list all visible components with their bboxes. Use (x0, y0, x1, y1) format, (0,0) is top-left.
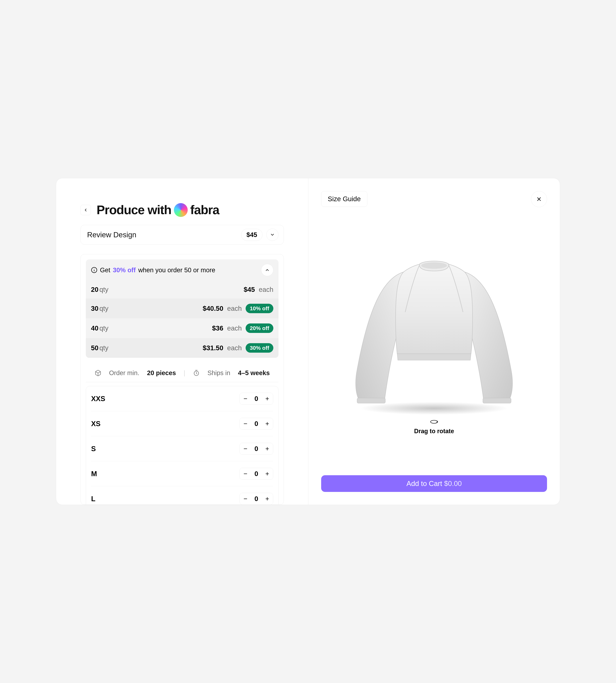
chevron-left-icon (83, 208, 88, 212)
ships-value: 4–5 weeks (238, 369, 270, 377)
base-price-pill: $45 (241, 229, 262, 241)
rotate-hint: Drag to rotate (414, 419, 454, 435)
minus-icon (243, 497, 248, 501)
review-design-row[interactable]: Review Design $45 (81, 225, 284, 244)
review-right: $45 (241, 229, 279, 241)
discount-row: 50qty $31.50 each 30% off (86, 338, 279, 358)
quantity-value: 0 (251, 395, 262, 402)
plus-icon (265, 497, 270, 501)
svg-point-22 (360, 402, 508, 415)
decrement-button[interactable] (240, 493, 251, 505)
decrement-button[interactable] (240, 468, 251, 480)
quantity-value: 0 (251, 445, 262, 453)
close-button[interactable] (531, 191, 547, 207)
chevron-up-icon (265, 268, 270, 272)
rotate-icon (430, 419, 439, 425)
minus-icon (243, 471, 248, 476)
size-list: XXS 0 XS 0 S (86, 386, 279, 505)
discount-row: 20qty $45 each (86, 281, 279, 299)
close-icon (536, 196, 542, 202)
quantity-stepper: 0 (240, 393, 273, 405)
increment-button[interactable] (262, 468, 273, 480)
info-icon (91, 267, 97, 273)
size-row: XXS 0 (91, 386, 273, 411)
order-panel: Get 30% off when you order 50 or more 20… (81, 254, 284, 505)
left-panel: Produce with fabra Review Design $45 Get (56, 178, 308, 505)
quantity-value: 0 (251, 495, 262, 503)
plus-icon (265, 396, 270, 401)
size-label: L (91, 495, 95, 503)
discount-row: 40qty $36 each 20% off (86, 318, 279, 338)
discount-badge: 20% off (246, 324, 273, 333)
plus-icon (265, 421, 270, 426)
right-top-bar: Size Guide (321, 191, 547, 207)
page-title: Produce with fabra (96, 203, 219, 217)
size-label: XXS (91, 395, 105, 403)
quantity-stepper: 0 (240, 418, 273, 429)
svg-rect-25 (483, 398, 511, 403)
increment-button[interactable] (262, 418, 273, 429)
header: Produce with fabra (81, 203, 284, 217)
right-panel: Size Guide (308, 178, 560, 505)
size-label: XS (91, 420, 101, 428)
brand-name: fabra (190, 203, 219, 217)
ships-label: Ships in (207, 369, 230, 377)
add-to-cart-button[interactable]: Add to Cart $0.00 (321, 475, 547, 492)
quantity-value: 0 (251, 470, 262, 478)
size-row: M 0 (91, 461, 273, 486)
plus-icon (265, 471, 270, 476)
increment-button[interactable] (262, 493, 273, 505)
svg-rect-24 (357, 398, 385, 403)
collapse-discount-button[interactable] (261, 264, 273, 276)
produce-modal: Produce with fabra Review Design $45 Get (56, 178, 560, 505)
quantity-stepper: 0 (240, 443, 273, 455)
discount-row: 30qty $40.50 each 10% off (86, 299, 279, 318)
increment-button[interactable] (262, 443, 273, 455)
chevron-down-icon (270, 232, 275, 237)
decrement-button[interactable] (240, 443, 251, 455)
size-row: XS 0 (91, 411, 273, 436)
product-image (338, 248, 530, 415)
product-3d-viewer[interactable]: Drag to rotate (321, 207, 547, 475)
size-label: M (91, 470, 97, 478)
size-guide-button[interactable]: Size Guide (321, 191, 367, 207)
title-prefix: Produce with (96, 203, 171, 217)
minus-icon (243, 421, 248, 426)
increment-button[interactable] (262, 393, 273, 404)
discount-panel: Get 30% off when you order 50 or more 20… (86, 260, 279, 358)
discount-badge: 30% off (246, 343, 273, 353)
plus-icon (265, 446, 270, 451)
decrement-button[interactable] (240, 418, 251, 429)
quantity-value: 0 (251, 420, 262, 427)
svg-point-26 (431, 420, 438, 423)
size-row: L 0 (91, 486, 273, 505)
quantity-stepper: 0 (240, 468, 273, 480)
minus-icon (243, 446, 248, 451)
order-min-label: Order min. (109, 369, 139, 377)
discount-headline: Get 30% off when you order 50 or more (91, 266, 215, 274)
svg-point-23 (421, 262, 447, 269)
cart-total: $0.00 (444, 480, 462, 488)
add-to-cart-label: Add to Cart (406, 480, 442, 488)
back-button[interactable] (81, 205, 91, 215)
review-label: Review Design (87, 230, 136, 239)
order-meta-row: Order min. 20 pieces | Ships in 4–5 week… (86, 364, 279, 382)
clock-icon (193, 370, 200, 376)
package-icon (95, 370, 102, 376)
size-row: S 0 (91, 436, 273, 461)
discount-badge: 10% off (246, 304, 273, 313)
discount-header[interactable]: Get 30% off when you order 50 or more (86, 260, 279, 281)
brand-logo-icon (174, 203, 188, 217)
expand-review-button[interactable] (266, 229, 279, 241)
size-label: S (91, 445, 96, 453)
minus-icon (243, 396, 248, 401)
decrement-button[interactable] (240, 393, 251, 404)
order-min-value: 20 pieces (147, 369, 176, 377)
quantity-stepper: 0 (240, 493, 273, 505)
